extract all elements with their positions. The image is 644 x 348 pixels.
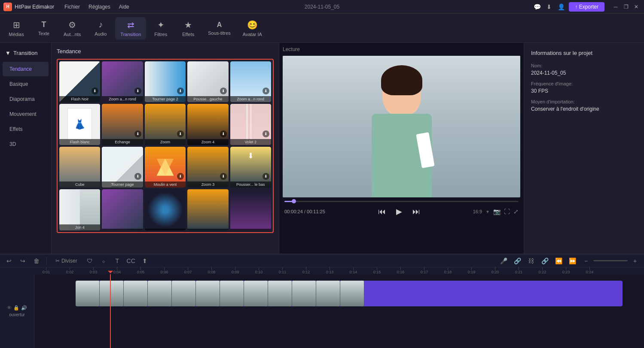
- toolbar: ⊞ Médias T Texte ⚙ Aut...nts ♪ Audio ⇄ T…: [0, 14, 644, 43]
- transition-item-pousser-bas[interactable]: ⬇ ⬇ Pousser... le bas: [230, 147, 271, 188]
- sidebar-item-3d[interactable]: 3D: [3, 137, 49, 151]
- sidebar-item-mouvement[interactable]: Mouvement: [3, 107, 49, 121]
- upload-button[interactable]: ⬆: [139, 255, 150, 266]
- zoom-in-button[interactable]: +: [629, 255, 641, 266]
- info-name: Nom: 2024-11-05_05: [531, 63, 637, 76]
- video-track[interactable]: ⬤ 0:11 Pixabay_174008: [76, 281, 623, 306]
- tool-transition[interactable]: ⇄ Transition: [115, 17, 146, 39]
- next-cut-button[interactable]: ⏩: [567, 255, 578, 266]
- download-icon[interactable]: ⬇: [545, 3, 553, 11]
- undo-button[interactable]: ↩: [3, 255, 15, 266]
- ruler-marks: 0:01 0:02 0:03 0:04 0:05 0:06 0:07 0:08 …: [34, 267, 601, 274]
- tool-effets[interactable]: ★ Effets: [175, 17, 201, 39]
- transition-grid: ⬇ Flash Noir ⬇ Zoom a...n rond ⬇ Tourner…: [57, 59, 274, 233]
- transition-item-jon4[interactable]: Jon 4: [59, 189, 100, 230]
- transition-item-tourner-page2[interactable]: ⬇ Tourner page 2: [145, 61, 186, 102]
- account-icon[interactable]: 👤: [557, 3, 565, 11]
- chat-icon[interactable]: 💬: [533, 3, 541, 11]
- zoom-slider[interactable]: [593, 260, 628, 261]
- frame-9: [268, 281, 292, 306]
- tool-avatar[interactable]: 😊 Avatar IA: [238, 17, 267, 39]
- tool-filtres[interactable]: ✦ Filtres: [148, 17, 174, 39]
- track-lock-icon[interactable]: 🔒: [13, 305, 19, 311]
- frame-12: [340, 281, 364, 306]
- minimize-button[interactable]: ─: [611, 3, 620, 11]
- prev-frame-button[interactable]: ⏮: [376, 206, 388, 218]
- info-import-mode-value: Conserver à l'endroit d'origine: [531, 106, 637, 112]
- controls-row: 00:00:24 / 00:11:25 ⏮ ▶ ⏭ 16:9 ▼ 📷 ⛶ ⤢: [284, 206, 519, 218]
- voice-button[interactable]: 🎤: [498, 255, 509, 266]
- transition-item-flash-blanc[interactable]: 👗 Flash blanc: [59, 104, 100, 145]
- sidebar-item-tendance[interactable]: Tendance: [3, 62, 49, 76]
- aspect-ratio: 16:9: [473, 209, 482, 214]
- track-audio-icon[interactable]: 🔊: [21, 305, 27, 311]
- label-volet2: Volet 2: [230, 139, 271, 145]
- tool-audio[interactable]: ♪ Audio: [88, 17, 113, 39]
- zoom-controls: − +: [580, 255, 641, 266]
- close-button[interactable]: ✕: [632, 3, 641, 11]
- unlink-button[interactable]: ⛓: [525, 255, 537, 266]
- transition-item-zoom[interactable]: ⬇ Zoom: [145, 104, 186, 145]
- link-button[interactable]: 🔗: [512, 255, 523, 266]
- track-eye-icon[interactable]: 👁: [7, 305, 12, 311]
- frame-2: [100, 281, 123, 306]
- transition-item-r4-2[interactable]: [102, 189, 143, 230]
- transition-item-r4-5[interactable]: [230, 189, 271, 230]
- restore-button[interactable]: ❐: [622, 3, 630, 11]
- split-button[interactable]: ⬦: [98, 255, 109, 266]
- menu-reglages[interactable]: Réglages: [85, 3, 114, 11]
- transition-item-zoom3[interactable]: ⬇ Zoom 3: [187, 147, 228, 188]
- menu-fichier[interactable]: Fichier: [61, 3, 83, 11]
- label-r4-3: [145, 229, 186, 230]
- right-panel: Informations sur le projet Nom: 2024-11-…: [524, 43, 644, 254]
- tool-medias[interactable]: ⊞ Médias: [3, 17, 29, 39]
- transition-item-echange[interactable]: ⬇ Echange: [102, 104, 143, 145]
- text-button[interactable]: T: [112, 255, 123, 266]
- download-icon-10: ⬇: [262, 130, 269, 137]
- transition-item-volet2[interactable]: ⬇ Volet 2: [230, 104, 271, 145]
- prev-cut-button[interactable]: ⏪: [553, 255, 564, 266]
- info-frame-rate-label: Fréquence d'image:: [531, 81, 637, 86]
- app-logo: H HitPaw Edimakor: [3, 3, 54, 11]
- caption-button[interactable]: CC: [125, 255, 137, 266]
- mask-button[interactable]: 🛡: [84, 255, 95, 266]
- transition-item-flash-noir[interactable]: ⬇ Flash Noir: [59, 61, 100, 102]
- transition-item-pousse-gauche[interactable]: ⬇ Pousse...gauche: [187, 61, 228, 102]
- transition-item-tourner-page[interactable]: ⬇ Tourner page: [102, 147, 143, 188]
- thumb-r4-3: [145, 189, 186, 230]
- chain-button[interactable]: 🔗: [539, 255, 550, 266]
- sidebar-header: ▼ Transition: [0, 46, 51, 61]
- label-flash-noir: Flash Noir: [59, 96, 100, 102]
- play-pause-button[interactable]: ▶: [393, 206, 405, 218]
- tool-autnt[interactable]: ⚙ Aut...nts: [58, 17, 86, 39]
- tool-texte[interactable]: T Texte: [31, 18, 57, 39]
- export-button[interactable]: ↑ Exporter: [569, 2, 604, 12]
- cut-button[interactable]: ✂ Diviser: [51, 256, 82, 266]
- screenshot-button[interactable]: 📷: [493, 208, 501, 215]
- transition-item-r4-4[interactable]: [187, 189, 228, 230]
- sidebar-item-basique[interactable]: Basique: [3, 77, 49, 91]
- transition-item-cube[interactable]: Cube: [59, 147, 100, 188]
- transition-item-moulin-vent[interactable]: ⬇ Moulin a vent: [145, 147, 186, 188]
- transition-item-r4-3[interactable]: [145, 189, 186, 230]
- transition-item-zoom-rond2[interactable]: ⬇ Zoom a...n rond: [230, 61, 271, 102]
- zoom-out-button[interactable]: −: [580, 255, 592, 266]
- progress-bar[interactable]: [284, 201, 519, 202]
- crop-button[interactable]: ⤢: [513, 208, 519, 215]
- tool-avatar-label: Avatar IA: [243, 32, 262, 37]
- delete-button[interactable]: 🗑: [31, 255, 42, 266]
- sidebar-item-diaporama[interactable]: Diaporama: [3, 92, 49, 106]
- ruler-mark-16: 0:17: [412, 267, 436, 274]
- menu-aide[interactable]: Aide: [116, 3, 133, 11]
- tool-sous-titres[interactable]: A Sous-titres: [203, 18, 236, 38]
- sidebar-item-effets[interactable]: Effets: [3, 122, 49, 136]
- redo-button[interactable]: ↪: [17, 255, 28, 266]
- transition-content: Tendance ⬇ Flash Noir ⬇ Zoom a...n rond: [52, 43, 279, 254]
- preview-video: [283, 56, 520, 197]
- info-import-mode: Moyen d'importation: Conserver à l'endro…: [531, 99, 637, 112]
- next-frame-button[interactable]: ⏭: [410, 206, 422, 218]
- ruler-mark-18: 0:19: [460, 267, 483, 274]
- transition-item-zoom4[interactable]: ⬇ Zoom 4: [187, 104, 228, 145]
- fullscreen-button[interactable]: ⛶: [504, 208, 510, 215]
- transition-item-zoom-rond[interactable]: ⬇ Zoom a...n rond: [102, 61, 143, 102]
